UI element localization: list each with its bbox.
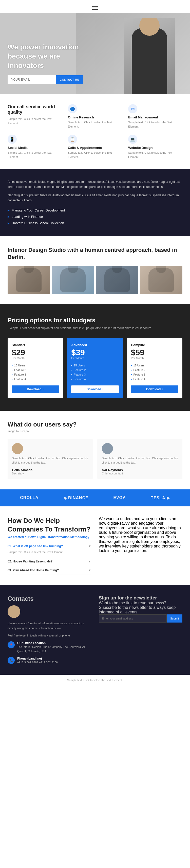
- pricing-feature-0-3: Feature 4: [12, 377, 59, 381]
- service-title-0: Online Research: [68, 115, 122, 119]
- about-list-item-2: Harvard Business School Collection: [8, 220, 182, 226]
- service-title-3: Calls & Appointments: [68, 146, 122, 150]
- contact-office-info: Our Office Location The Interior Design …: [17, 641, 91, 653]
- pricing-card-name-1: Advanced: [71, 343, 119, 347]
- interior-photo-2: [52, 266, 94, 294]
- phone-icon: 📞: [8, 657, 15, 664]
- service-title-2: Social Media: [8, 146, 62, 150]
- testimonial-text-1: Sample text. Click to select the text bo…: [102, 456, 178, 465]
- testimonial-name-1: Nat Reynolds: [102, 468, 178, 472]
- service-desc-2: Sample text. Click to select the Text El…: [8, 151, 62, 159]
- download-button-2[interactable]: Download ↓: [131, 385, 178, 393]
- about-body1: Amet luctus venenatis lectus magna fring…: [8, 179, 182, 190]
- phone-numbers: +912 3 567 8987 +912 352 3106: [17, 660, 58, 664]
- pricing-card-name-0: Standart: [12, 343, 59, 347]
- transform-title: How Do We Help Companies To Transform?: [8, 517, 91, 534]
- chevron-down-icon-1: ▼: [88, 560, 91, 563]
- faq-item-2: 03. Plan Ahead For Home Painting? ▼: [8, 566, 91, 575]
- hero-person-image: [124, 18, 175, 94]
- faq-question-2[interactable]: 03. Plan Ahead For Home Painting? ▼: [8, 568, 91, 572]
- about-body2: Nec feugiat nisl pretium fusce id. Justo…: [8, 193, 182, 203]
- interior-photo-3: [96, 266, 138, 294]
- hero-form: CONTACT US: [8, 75, 89, 84]
- download-button-1[interactable]: Download ↓: [71, 385, 119, 393]
- contacts-email-note: Feel free to get in touch with us via em…: [8, 633, 91, 638]
- faq-question-text-0: 01. What is off page seo link building?: [8, 545, 63, 548]
- pricing-features-0: 15 Users Feature 2 Feature 3 Feature 4: [12, 363, 59, 381]
- services-section: Our call service world quality Sample te…: [0, 94, 190, 169]
- service-desc-0: Sample text. Click to select the Text El…: [68, 120, 122, 129]
- online-research-icon: 🔵: [68, 104, 77, 113]
- calls-icon: 📋: [68, 135, 77, 144]
- service-title-1: Email Management: [128, 115, 182, 119]
- service-desc-3: Sample text. Click to select the Text El…: [68, 151, 122, 159]
- service-item-1: ✉ Email Management Sample text. Click to…: [128, 104, 182, 129]
- faq-question-text-1: 02. House Painting Essentials?: [8, 560, 53, 563]
- service-item-4: 💻 Website Design Sample text. Click to s…: [128, 135, 182, 159]
- transform-section: How Do We Help Companies To Transform? W…: [0, 506, 190, 585]
- faq-answer-0: Sample text. Click to select the Text El…: [8, 550, 91, 555]
- pricing-period-2: Per Month: [131, 356, 178, 360]
- contact-phone-info: Phone (Landline) +912 3 567 8987 +912 35…: [17, 657, 58, 664]
- brands-section: CROLLA ◈ BINANCE EVGA TESLA ▶: [0, 489, 190, 506]
- testimonials-title: What do our users say?: [8, 421, 182, 428]
- pricing-header: Pricing options for all budgets Excepteu…: [8, 317, 182, 331]
- pricing-features-1: 15 Users Feature 2 Feature 3 Feature 4: [71, 363, 119, 381]
- pricing-card-0: Standart $29 Per Month 15 Users Feature …: [8, 338, 63, 398]
- service-item-3: 📋 Calls & Appointments Sample text. Clic…: [68, 135, 122, 159]
- interior-photo-4: [140, 266, 182, 294]
- service-item-main: Our call service world quality Sample te…: [8, 104, 62, 129]
- social-media-icon: 📱: [8, 135, 17, 144]
- pricing-cards: Standart $29 Per Month 15 Users Feature …: [8, 338, 182, 398]
- pricing-feature-1-0: 15 Users: [71, 363, 119, 368]
- services-main-title: Our call service world quality: [8, 104, 62, 115]
- brand-0: CROLLA: [20, 495, 38, 500]
- service-desc-1: Sample text. Click to select the Text El…: [128, 120, 182, 129]
- service-item-0: 🔵 Online Research Sample text. Click to …: [68, 104, 122, 129]
- newsletter-input[interactable]: [99, 614, 167, 623]
- faq-question-1[interactable]: 02. House Painting Essentials? ▼: [8, 560, 91, 563]
- pricing-period-0: Per Month: [12, 356, 59, 360]
- pricing-feature-2-2: Feature 3: [131, 372, 178, 377]
- newsletter-text: Want to be the first to read our news? S…: [99, 601, 182, 614]
- brands-list: CROLLA ◈ BINANCE EVGA TESLA ▶: [8, 495, 182, 500]
- chevron-down-icon-0: ▼: [88, 545, 91, 548]
- testimonials-grid: Sample text. Click to select the text bo…: [8, 439, 182, 479]
- pricing-price-0: $29: [12, 348, 59, 356]
- testimonial-role-0: Secretary: [12, 472, 88, 475]
- pricing-feature-1-3: Feature 4: [71, 377, 119, 381]
- contacts-avatar: [8, 605, 20, 618]
- service-title-4: Website Design: [128, 146, 182, 150]
- pricing-card-name-2: Complite: [131, 343, 178, 347]
- pricing-period-1: Per Month: [71, 356, 119, 360]
- footer: Sample text. Click to select the Text El…: [0, 675, 190, 685]
- pricing-feature-1-1: Feature 2: [71, 368, 119, 372]
- newsletter-form: Submit: [99, 614, 182, 623]
- service-item-2: 📱 Social Media Sample text. Click to sel…: [8, 135, 62, 159]
- pricing-card-2: Complite $59 Per Month 15 Users Feature …: [127, 338, 182, 398]
- pricing-title: Pricing options for all budgets: [8, 317, 182, 324]
- pricing-card-1: Advanced $39 Per Month 15 Users Feature …: [67, 338, 123, 398]
- contacts-left: Contacts Use our contact form for all in…: [8, 595, 91, 664]
- header: [0, 0, 190, 13]
- transform-subtitle: We created our own Digital Transformatio…: [8, 535, 91, 539]
- menu-icon[interactable]: [92, 6, 98, 10]
- contacts-right: Sign up for the newsletter Want to be th…: [99, 595, 182, 664]
- testimonial-name-0: Celia Almeda: [12, 468, 88, 472]
- faq-item-1: 02. House Painting Essentials? ▼: [8, 557, 91, 566]
- contact-us-button[interactable]: CONTACT US: [56, 75, 83, 84]
- phone-label: Phone (Landline): [17, 657, 58, 660]
- faq-question-0[interactable]: 01. What is off page seo link building? …: [8, 545, 91, 548]
- newsletter-title: Sign up for the newsletter: [99, 595, 182, 601]
- testimonial-avatar-0: [12, 443, 23, 454]
- download-button-0[interactable]: Download ↓: [12, 385, 59, 393]
- hero-content: We power innovation because we are innov…: [0, 42, 96, 84]
- transform-right: We want to understand who your clients a…: [99, 517, 182, 575]
- office-label: Our Office Location: [17, 641, 91, 645]
- hero-title: We power innovation because we are innov…: [8, 42, 89, 70]
- services-main-desc: Sample text. Click to select the Text El…: [8, 117, 62, 125]
- interior-photos: [8, 266, 182, 294]
- pricing-price-2: $59: [131, 348, 178, 356]
- newsletter-submit-button[interactable]: Submit: [167, 614, 182, 623]
- email-input[interactable]: [8, 75, 56, 84]
